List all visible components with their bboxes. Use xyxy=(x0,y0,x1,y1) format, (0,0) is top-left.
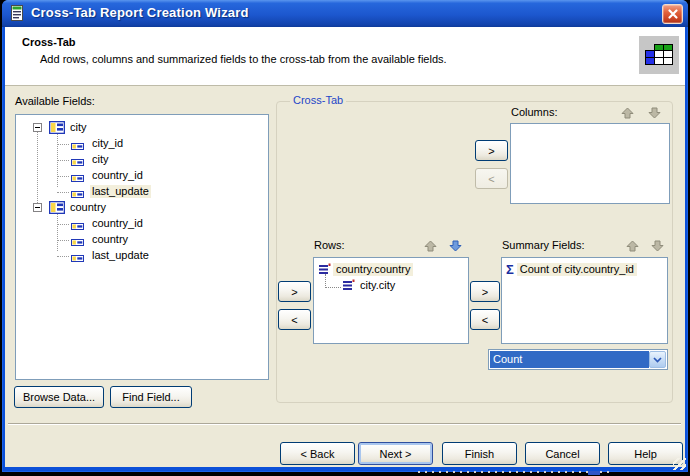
collapse-icon[interactable] xyxy=(33,123,42,132)
field-icon xyxy=(71,188,84,195)
move-up-icon[interactable] xyxy=(626,240,639,252)
summary-fields-listbox[interactable]: Σ Count of city.country_id xyxy=(501,257,668,344)
desktop-artifact xyxy=(588,471,600,475)
tree-connector xyxy=(57,160,69,161)
tree-node-label[interactable]: city xyxy=(68,121,89,134)
columns-listbox[interactable] xyxy=(510,123,670,204)
tree-node-city-city-id[interactable]: city_id xyxy=(16,136,268,152)
rows-listbox[interactable]: country.country city.city xyxy=(313,257,469,344)
tree-node-label[interactable]: country xyxy=(68,201,108,214)
tree-connector xyxy=(57,224,69,225)
summary-remove-button[interactable]: < xyxy=(470,309,500,330)
summary-function-dropdown[interactable]: Count xyxy=(488,349,668,370)
columns-add-button[interactable]: > xyxy=(475,140,508,161)
field-icon xyxy=(71,252,84,259)
help-button[interactable]: Help xyxy=(608,442,683,465)
close-button[interactable] xyxy=(662,4,683,24)
chevron-down-icon xyxy=(653,357,662,363)
tree-node-city[interactable]: city xyxy=(16,120,268,136)
tree-node-country[interactable]: country xyxy=(16,200,268,216)
tree-connector xyxy=(57,144,69,145)
resize-grip[interactable] xyxy=(673,458,686,470)
collapse-icon[interactable] xyxy=(33,203,42,212)
tree-node-label[interactable]: country_id xyxy=(90,217,145,230)
field-icon xyxy=(71,140,84,147)
table-icon xyxy=(49,201,65,214)
move-up-icon[interactable] xyxy=(424,240,437,252)
find-field-button[interactable]: Find Field... xyxy=(110,386,192,408)
tree-node-label[interactable]: city_id xyxy=(90,137,125,150)
rows-label: Rows: xyxy=(314,239,345,251)
step-title: Cross-Tab xyxy=(22,36,76,48)
row-field-icon xyxy=(318,263,331,277)
tree-node-country-country-id[interactable]: country_id xyxy=(16,216,268,232)
field-icon xyxy=(71,220,84,227)
dialog-client-area: Cross-Tab Add rows, columns and summariz… xyxy=(5,27,685,467)
back-button[interactable]: < Back xyxy=(280,442,355,465)
tree-node-city-country-id[interactable]: country_id xyxy=(16,168,268,184)
tree-connector xyxy=(57,240,69,241)
tree-connector xyxy=(57,176,69,177)
crosstab-grid-icon xyxy=(639,36,679,74)
rows-item[interactable]: city.city xyxy=(342,278,398,293)
move-down-icon[interactable] xyxy=(651,240,664,252)
summary-function-value: Count xyxy=(490,351,649,368)
tree-node-label[interactable]: country_id xyxy=(90,169,145,182)
tree-node-label-selected[interactable]: last_update xyxy=(90,185,151,198)
cancel-button[interactable]: Cancel xyxy=(525,442,600,465)
step-description: Add rows, columns and summarized fields … xyxy=(40,53,447,65)
summary-fields-label: Summary Fields: xyxy=(502,239,585,251)
finish-button[interactable]: Finish xyxy=(442,442,517,465)
rows-remove-button[interactable]: < xyxy=(278,309,311,330)
table-icon xyxy=(49,121,65,134)
summary-item-label-selected[interactable]: Count of city.country_id xyxy=(517,263,637,276)
row-field-icon xyxy=(342,279,355,293)
report-document-icon xyxy=(9,5,25,21)
rows-item-label[interactable]: city.city xyxy=(357,279,398,292)
columns-label: Columns: xyxy=(511,106,557,118)
next-button[interactable]: Next > xyxy=(358,442,433,465)
rows-item[interactable]: country.country xyxy=(318,262,413,277)
close-icon xyxy=(667,8,679,20)
desktop-artifact xyxy=(418,471,610,473)
tree-node-city-last-update[interactable]: last_update xyxy=(16,184,268,200)
rows-add-button[interactable]: > xyxy=(278,281,311,302)
tree-connector xyxy=(57,192,69,193)
desktop-background: Cross-Tab Report Creation Wizard Cross-T… xyxy=(0,0,690,476)
browse-data-button[interactable]: Browse Data... xyxy=(14,386,104,408)
tree-node-label[interactable]: last_update xyxy=(90,249,151,262)
field-icon xyxy=(71,236,84,243)
summary-item[interactable]: Σ Count of city.country_id xyxy=(506,262,637,277)
move-down-icon[interactable] xyxy=(449,240,462,252)
tree-node-city-city[interactable]: city xyxy=(16,152,268,168)
wizard-window: Cross-Tab Report Creation Wizard Cross-T… xyxy=(2,0,688,472)
available-fields-tree[interactable]: city city_id city xyxy=(15,114,269,380)
crosstab-group-label: Cross-Tab xyxy=(290,94,346,106)
wizard-step-header: Cross-Tab Add rows, columns and summariz… xyxy=(5,27,685,86)
summary-add-button[interactable]: > xyxy=(470,281,500,302)
window-title: Cross-Tab Report Creation Wizard xyxy=(31,0,249,26)
move-up-icon[interactable] xyxy=(621,107,634,119)
field-icon xyxy=(71,172,84,179)
tree-node-label[interactable]: city xyxy=(90,153,111,166)
columns-remove-button: < xyxy=(475,168,508,189)
tree-node-label[interactable]: country xyxy=(90,233,130,246)
tree-connector xyxy=(57,256,69,257)
sigma-icon: Σ xyxy=(506,263,514,276)
field-icon xyxy=(71,156,84,163)
footer-divider xyxy=(8,423,681,425)
titlebar[interactable]: Cross-Tab Report Creation Wizard xyxy=(2,0,688,27)
tree-node-country-country[interactable]: country xyxy=(16,232,268,248)
move-down-icon[interactable] xyxy=(648,107,661,119)
dropdown-button[interactable] xyxy=(649,351,666,368)
rows-item-label-selected[interactable]: country.country xyxy=(333,263,413,276)
tree-node-country-last-update[interactable]: last_update xyxy=(16,248,268,264)
available-fields-label: Available Fields: xyxy=(15,95,95,107)
